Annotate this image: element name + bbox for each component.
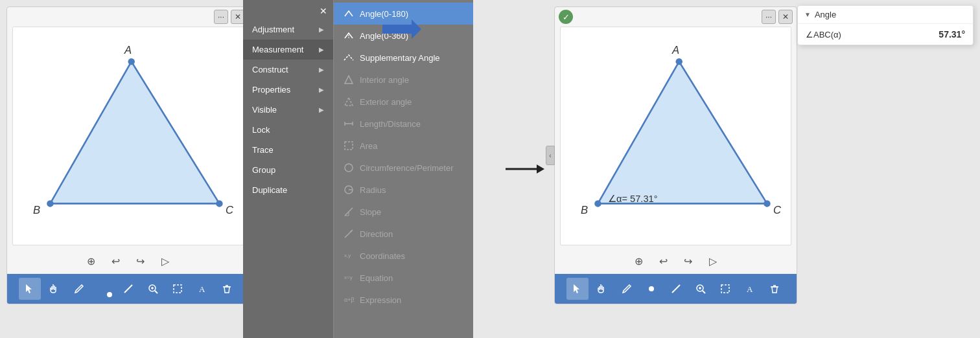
svg-rect-7: [174, 285, 181, 293]
line-tool[interactable]: [117, 278, 139, 300]
vertex-c-dot: [216, 200, 222, 207]
coordinates-icon: x,y: [343, 250, 355, 262]
left-panel-toolbar: A: [7, 274, 249, 304]
radius-icon: [343, 184, 355, 196]
submenu-item-supplementary[interactable]: Supplementary Angle: [334, 47, 473, 69]
right-redo-button[interactable]: ↪: [679, 252, 697, 270]
svg-point-39: [649, 286, 654, 291]
right-text-tool[interactable]: A: [739, 278, 761, 300]
play-button[interactable]: ▷: [156, 252, 174, 270]
left-menu-button[interactable]: ···: [214, 10, 228, 24]
select-region-tool[interactable]: [167, 278, 189, 300]
radius-svg: [344, 185, 354, 195]
menu-item-construct[interactable]: Construct ▶: [243, 60, 333, 80]
zoom-icon: [147, 283, 159, 295]
right-zoom-icon: [695, 283, 706, 295]
menu-item-group[interactable]: Group: [243, 160, 333, 180]
submenu-item-coordinates: x,y Coordinates: [334, 245, 473, 267]
redo-button[interactable]: ↪: [132, 252, 150, 270]
svg-point-32: [676, 58, 682, 65]
right-zoom-tool[interactable]: [690, 278, 712, 300]
measurement-arrow: ▶: [319, 46, 324, 53]
svg-rect-45: [721, 285, 729, 293]
submenu-item-interior: Interior angle: [334, 69, 473, 91]
area-svg: [344, 141, 354, 151]
hand-icon: [49, 283, 60, 295]
equation-svg: x=y: [344, 273, 354, 283]
angle-header-label: Angle: [815, 10, 836, 19]
submenu-item-circumference: Circumference/Perimeter: [334, 157, 473, 179]
menu-item-properties[interactable]: Properties ▶: [243, 80, 333, 100]
right-point-icon: [646, 283, 657, 295]
right-hand-icon: [596, 283, 608, 295]
right-menu-button[interactable]: ···: [762, 10, 776, 24]
menu-item-duplicate[interactable]: Duplicate: [243, 180, 333, 200]
menu-item-measurement[interactable]: Measurement ▶: [243, 39, 333, 60]
angle-180-svg: [344, 8, 354, 19]
submenu-item-expression: α+β Expression: [334, 289, 473, 311]
expression-svg: α+β: [344, 295, 354, 305]
point-tool[interactable]: [93, 278, 115, 300]
svg-text:A: A: [747, 284, 753, 294]
svg-text:A: A: [199, 284, 205, 294]
svg-text:A: A: [671, 44, 679, 56]
main-container: ··· ✕ A B C ⊕ ↩ ↪ ▷: [0, 0, 980, 338]
exterior-svg: [344, 96, 354, 107]
adjustment-arrow: ▶: [319, 26, 324, 33]
left-panel: ··· ✕ A B C ⊕ ↩ ↪ ▷: [6, 6, 250, 304]
svg-marker-13: [345, 98, 353, 106]
right-pencil-tool[interactable]: [616, 278, 638, 300]
right-play-button[interactable]: ▷: [704, 252, 722, 270]
pencil-tool[interactable]: [68, 278, 90, 300]
delete-tool[interactable]: [216, 278, 238, 300]
left-panel-titlebar: ··· ✕: [7, 7, 249, 27]
undo-button[interactable]: ↩: [107, 252, 125, 270]
right-select-region-icon: [719, 283, 731, 295]
context-menu-right: Angle(0-180) Angle(0-360): [334, 0, 473, 338]
menu-item-adjustment[interactable]: Adjustment ▶: [243, 19, 333, 39]
right-line-icon: [670, 283, 682, 295]
text-tool[interactable]: A: [191, 278, 213, 300]
direction-icon: [343, 228, 355, 240]
right-crosshair-button[interactable]: ⊕: [630, 252, 648, 270]
line-icon: [122, 283, 134, 295]
length-icon: [343, 118, 355, 130]
right-close-button[interactable]: ✕: [778, 10, 793, 24]
zoom-tool[interactable]: [142, 278, 164, 300]
length-svg: [344, 118, 354, 129]
right-select-region-tool[interactable]: [714, 278, 736, 300]
svg-point-18: [345, 164, 353, 172]
menu-item-visible[interactable]: Visible ▶: [243, 100, 333, 120]
crosshair-button[interactable]: ⊕: [82, 252, 100, 270]
menu-item-trace[interactable]: Trace: [243, 140, 333, 160]
supplementary-icon: [343, 52, 355, 63]
svg-line-42: [703, 291, 705, 293]
svg-text:x=y: x=y: [344, 275, 353, 280]
angle-360-icon: [343, 30, 355, 41]
angle-info-header: ▼ Angle: [798, 6, 973, 24]
svg-marker-10: [382, 19, 421, 39]
angle-info-panel: ▼ Angle ∠ABC(α) 57.31°: [797, 5, 974, 45]
supplementary-svg: [344, 52, 354, 63]
submenu-item-length: Length/Distance: [334, 113, 473, 135]
hand-tool[interactable]: [43, 278, 65, 300]
right-line-tool[interactable]: [665, 278, 687, 300]
interior-icon: [343, 74, 355, 85]
svg-marker-0: [50, 62, 219, 203]
angle-180-icon: [343, 8, 355, 19]
right-delete-tool[interactable]: [764, 278, 786, 300]
submenu-item-exterior: Exterior angle: [334, 91, 473, 113]
submenu-item-slope: Slope: [334, 201, 473, 223]
submenu-item-radius: Radius: [334, 179, 473, 201]
menu-close-button[interactable]: ✕: [318, 5, 329, 17]
svg-rect-17: [345, 142, 353, 150]
right-point-tool[interactable]: [640, 278, 662, 300]
cursor-tool[interactable]: [19, 278, 41, 300]
menu-item-lock[interactable]: Lock: [243, 120, 333, 140]
right-hand-tool[interactable]: [591, 278, 613, 300]
cursor-icon: [24, 283, 36, 295]
right-undo-button[interactable]: ↩: [655, 252, 673, 270]
svg-text:C: C: [773, 204, 782, 216]
svg-marker-12: [345, 76, 353, 84]
slope-svg: [344, 207, 354, 217]
